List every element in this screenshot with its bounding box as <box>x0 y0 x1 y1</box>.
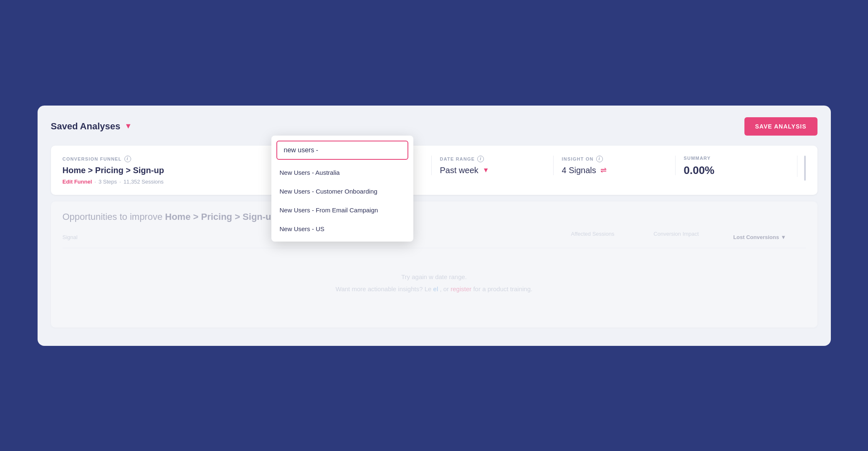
funnel-meta: Edit Funnel · 3 Steps · 11,352 Sessions <box>63 179 283 185</box>
date-range-chevron[interactable]: ▼ <box>483 166 489 174</box>
funnel-info-icon[interactable]: i <box>124 156 131 162</box>
save-analysis-button[interactable]: SAVE ANALYSIS <box>744 117 817 136</box>
dropdown-items-list: New Users - Australia New Users - Custom… <box>271 160 413 242</box>
funnel-section-label: CONVERSION FUNNEL i <box>63 156 283 162</box>
saved-analyses-label: Saved Analyses <box>51 121 121 132</box>
table-header: Signal Affected Sessions Conversion Impa… <box>63 231 806 248</box>
date-range-info-icon[interactable]: i <box>477 156 484 162</box>
th-lost-conversions: Lost Conversions ▼ <box>731 231 789 244</box>
opportunities-title: Opportunities to improve Home > Pricing … <box>63 212 806 222</box>
empty-state: Try again w date range. Want more action… <box>63 248 806 317</box>
summary-value: 0.00% <box>684 164 789 177</box>
th-affected-sessions: Affected Sessions <box>564 231 622 244</box>
insight-on-info-icon[interactable]: i <box>596 156 603 162</box>
page-header: Saved Analyses ▼ SAVE ANALYSIS <box>51 117 817 136</box>
dropdown-item-us[interactable]: New Users - US <box>271 219 413 238</box>
register-link[interactable]: register <box>450 285 471 292</box>
search-wrapper <box>271 136 413 160</box>
insight-on-controls: 4 Signals ⇌ <box>562 166 667 175</box>
summary-label: SUMMARY <box>684 156 789 161</box>
insight-on-label: INSIGHT ON i <box>562 156 667 162</box>
th-right: Affected Sessions Conversion Impact Lost… <box>564 231 806 244</box>
date-range-section: DATE RANGE i Past week ▼ <box>432 156 554 175</box>
summary-section: SUMMARY 0.00% <box>676 156 797 177</box>
opportunities-card: Opportunities to improve Home > Pricing … <box>51 202 817 328</box>
date-range-label: DATE RANGE i <box>440 156 545 162</box>
scroll-indicator <box>804 156 806 181</box>
insight-on-value: 4 Signals <box>562 166 596 175</box>
level-link[interactable]: el <box>433 285 438 292</box>
funnel-title: Home > Pricing > Sign-up <box>63 166 283 175</box>
empty-text-1: Try again w date range. <box>71 273 797 280</box>
empty-text-2: Want more actionable insights? Le el , o… <box>71 285 797 292</box>
dropdown-item-from-email[interactable]: New Users - From Email Campaign <box>271 201 413 219</box>
insight-on-section: INSIGHT ON i 4 Signals ⇌ <box>554 156 676 175</box>
search-input[interactable] <box>276 141 408 160</box>
funnel-card: CONVERSION FUNNEL i Home > Pricing > Sig… <box>51 146 817 195</box>
chevron-down-icon: ▼ <box>124 122 132 131</box>
saved-analyses-button[interactable]: Saved Analyses ▼ <box>51 121 132 132</box>
search-dropdown: New Users - Australia New Users - Custom… <box>271 136 413 242</box>
dropdown-item-customer-onboarding[interactable]: New Users - Customer Onboarding <box>271 182 413 201</box>
main-container: Saved Analyses ▼ SAVE ANALYSIS CONVERSIO… <box>38 106 831 346</box>
dropdown-item-australia[interactable]: New Users - Australia <box>271 163 413 182</box>
funnel-sessions: 11,352 Sessions <box>124 179 164 185</box>
adjust-icon[interactable]: ⇌ <box>600 166 607 175</box>
edit-funnel-link[interactable]: Edit Funnel <box>63 179 92 185</box>
date-range-value: Past week ▼ <box>440 166 545 175</box>
funnel-info: CONVERSION FUNNEL i Home > Pricing > Sig… <box>63 156 296 185</box>
sort-icon[interactable]: ▼ <box>781 234 786 240</box>
th-conversion-impact: Conversion Impact <box>647 231 706 244</box>
funnel-steps: 3 Steps <box>99 179 117 185</box>
